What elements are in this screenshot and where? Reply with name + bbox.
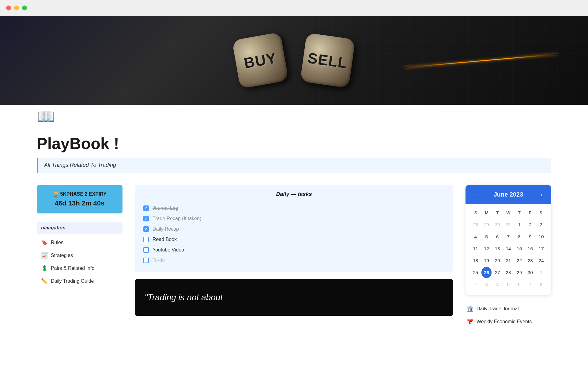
cal-day[interactable]: 24 (536, 255, 546, 266)
book-icon-area: 📖 (0, 105, 588, 128)
sell-dice-label: SELL (307, 49, 349, 72)
cal-day[interactable]: 14 (503, 243, 514, 254)
cal-day[interactable]: 28 (470, 219, 481, 230)
cal-day[interactable]: 30 (525, 267, 536, 278)
cal-day[interactable]: 2 (525, 219, 536, 230)
rules-label: Rules (51, 240, 63, 245)
cal-day[interactable]: 2 (470, 279, 481, 290)
cal-day[interactable]: 25 (470, 267, 481, 278)
subtitle-quote: All Things Related To Trading (37, 158, 551, 173)
cal-day[interactable]: 11 (470, 243, 481, 254)
cal-day[interactable]: 1 (514, 219, 525, 230)
dollar-icon: 💲 (41, 265, 48, 272)
sidebar-item-trading-guide[interactable]: ✏️ Daily Trading Guide (37, 275, 123, 288)
hero-content: BUY SELL (236, 36, 352, 85)
chart-icon: 📈 (41, 252, 48, 259)
cal-day[interactable]: 1 (536, 267, 546, 278)
task-label-todo: To-do (153, 258, 165, 263)
daily-trade-journal-link[interactable]: 🏛️ Daily Trade Journal (466, 302, 551, 315)
task-label-journal: Journal Log (153, 205, 178, 211)
task-checkbox-daily-recap[interactable] (143, 226, 149, 232)
cal-day[interactable]: 7 (503, 231, 514, 242)
left-column: 🏆 5KPHASE 2 EXPIRY 46d 13h 2m 40s naviga… (37, 185, 123, 288)
buy-dice-label: BUY (243, 49, 278, 72)
calendar-header: ‹ June 2023 › (466, 185, 551, 204)
task-item-trade-recap: Trade Recap (If taken) (143, 213, 445, 224)
cal-day[interactable]: 27 (492, 267, 503, 278)
bookmark-icon: 🔖 (41, 239, 48, 246)
cal-day[interactable]: 5 (503, 279, 514, 290)
sidebar-item-pairs[interactable]: 💲 Pairs & Related Info (37, 262, 123, 275)
book-icon: 📖 (37, 108, 55, 125)
cal-day[interactable]: 9 (525, 231, 536, 242)
navigation-header: navigation (37, 222, 123, 234)
main-layout: 🏆 5KPHASE 2 EXPIRY 46d 13h 2m 40s naviga… (37, 185, 551, 328)
cal-day[interactable]: 3 (481, 279, 492, 290)
cal-day[interactable]: 16 (525, 243, 536, 254)
minimize-button[interactable] (14, 6, 19, 10)
cal-day[interactable]: 29 (481, 219, 492, 230)
cal-day[interactable]: 13 (492, 243, 503, 254)
weekly-economic-events-link[interactable]: 📅 Weekly Economic Events (466, 315, 551, 328)
task-item-daily-recap: Daily Recap (143, 224, 445, 234)
task-label-daily-recap: Daily Recap (153, 226, 179, 232)
sidebar-item-strategies[interactable]: 📈 Strategies (37, 249, 123, 262)
cal-day[interactable]: 21 (503, 255, 514, 266)
cal-day[interactable]: 22 (514, 255, 525, 266)
task-item-read-book: Read Book (143, 234, 445, 245)
cal-day[interactable]: 8 (514, 231, 525, 242)
strategies-label: Strategies (51, 253, 73, 258)
calendar-days-of-week: S M T W T F S (470, 209, 546, 217)
task-checkbox-trade-recap[interactable] (143, 216, 149, 221)
page-title: PlayBook ! (37, 134, 551, 153)
sell-dice: SELL (300, 33, 356, 88)
calendar-icon: 📅 (467, 318, 473, 325)
calendar-grid: 28 29 30 31 1 2 3 4 5 6 7 8 9 1 (470, 219, 546, 290)
cal-day[interactable]: 30 (492, 219, 503, 230)
task-checkbox-todo[interactable] (143, 258, 149, 263)
timer-card: 🏆 5KPHASE 2 EXPIRY 46d 13h 2m 40s (37, 185, 123, 213)
cal-day[interactable]: 4 (492, 279, 503, 290)
cal-day[interactable]: 5 (481, 231, 492, 242)
dow-monday: M (481, 209, 492, 217)
cal-day[interactable]: 31 (503, 219, 514, 230)
cal-day[interactable]: 10 (536, 231, 546, 242)
daily-trade-journal-label: Daily Trade Journal (477, 306, 519, 312)
cal-day[interactable]: 3 (536, 219, 546, 230)
task-label-youtube: Youtube Video (153, 247, 184, 253)
calendar-card: ‹ June 2023 › S M T W T F S (466, 185, 551, 295)
cal-day[interactable]: 17 (536, 243, 546, 254)
calendar-prev-button[interactable]: ‹ (472, 190, 479, 199)
cal-day-today[interactable]: 26 (481, 267, 492, 278)
cal-day[interactable]: 7 (525, 279, 536, 290)
tasks-title: Daily — tasks (143, 191, 445, 197)
calendar-next-button[interactable]: › (538, 190, 545, 199)
task-checkbox-read-book[interactable] (143, 237, 149, 242)
dow-sunday: S (470, 209, 481, 217)
cal-day[interactable]: 6 (514, 279, 525, 290)
cal-day[interactable]: 29 (514, 267, 525, 278)
task-checkbox-journal[interactable] (143, 205, 149, 211)
cal-day[interactable]: 19 (481, 255, 492, 266)
window-chrome (0, 0, 588, 16)
navigation-section: navigation 🔖 Rules 📈 Strategies 💲 Pairs … (37, 222, 123, 288)
cal-day[interactable]: 6 (492, 231, 503, 242)
timer-countdown: 46d 13h 2m 40s (44, 199, 115, 207)
cal-day[interactable]: 18 (470, 255, 481, 266)
task-checkbox-youtube[interactable] (143, 247, 149, 253)
cal-day[interactable]: 12 (481, 243, 492, 254)
sidebar-item-rules[interactable]: 🔖 Rules (37, 236, 123, 249)
right-links: 🏛️ Daily Trade Journal 📅 Weekly Economic… (466, 302, 551, 328)
cal-day[interactable]: 15 (514, 243, 525, 254)
cal-day[interactable]: 4 (470, 231, 481, 242)
middle-column: Daily — tasks Journal Log Trade Recap (I… (135, 185, 453, 316)
close-button[interactable] (6, 6, 11, 10)
hero-banner: BUY SELL (0, 16, 588, 105)
fullscreen-button[interactable] (22, 6, 27, 10)
cal-day[interactable]: 8 (536, 279, 546, 290)
cal-day[interactable]: 20 (492, 255, 503, 266)
cal-day[interactable]: 23 (525, 255, 536, 266)
trading-guide-label: Daily Trading Guide (51, 278, 94, 284)
cal-day[interactable]: 28 (503, 267, 514, 278)
dow-friday: F (525, 209, 535, 217)
